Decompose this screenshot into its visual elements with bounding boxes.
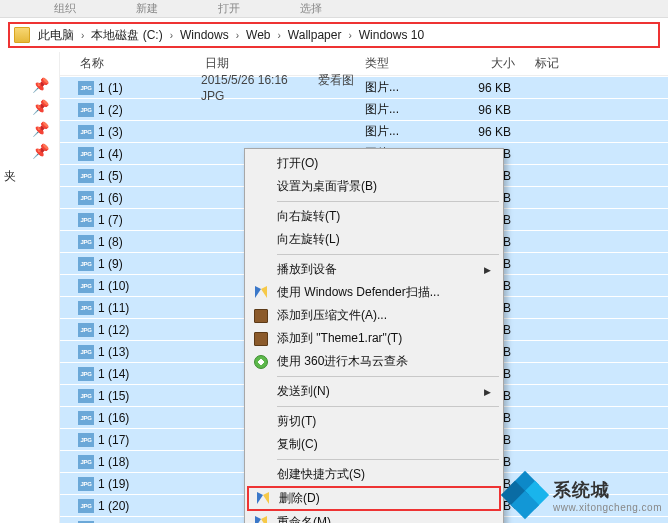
file-type: 图片... — [361, 101, 441, 118]
address-bar-row: 此电脑› 本地磁盘 (C:)› Windows› Web› Wallpaper›… — [0, 18, 668, 52]
file-name: 1 (9) — [98, 257, 201, 271]
separator — [277, 254, 499, 255]
jpg-file-icon — [78, 345, 94, 359]
file-name: 1 (17) — [98, 433, 201, 447]
ribbon-item[interactable]: 组织 — [54, 1, 76, 16]
separator — [277, 376, 499, 377]
file-name: 1 (3) — [98, 125, 201, 139]
pin-icon: 📌 — [0, 118, 59, 140]
folder-icon — [14, 27, 30, 43]
menu-play-to-device[interactable]: 播放到设备 — [247, 258, 501, 281]
header-type[interactable]: 类型 — [365, 55, 445, 72]
pin-icon: 📌 — [0, 74, 59, 96]
ribbon-item[interactable]: 新建 — [136, 1, 158, 16]
file-name: 1 (5) — [98, 169, 201, 183]
file-size: 96 KB — [441, 81, 531, 95]
header-name[interactable]: 名称 — [60, 55, 205, 72]
file-name: 1 (10) — [98, 279, 201, 293]
breadcrumb: 此电脑› 本地磁盘 (C:)› Windows› Web› Wallpaper›… — [38, 27, 424, 44]
jpg-file-icon — [78, 235, 94, 249]
file-name: 1 (18) — [98, 455, 201, 469]
chevron-right-icon[interactable]: › — [76, 30, 89, 41]
file-type: 图片... — [361, 79, 441, 96]
ribbon-toolbar: 组织 新建 打开 选择 — [0, 0, 668, 18]
menu-rotate-right[interactable]: 向右旋转(T) — [247, 205, 501, 228]
menu-set-wallpaper[interactable]: 设置为桌面背景(B) — [247, 175, 501, 198]
file-name: 1 (16) — [98, 411, 201, 425]
menu-rotate-left[interactable]: 向左旋转(L) — [247, 228, 501, 251]
shield-icon — [253, 515, 269, 524]
rar-icon — [253, 308, 269, 324]
jpg-file-icon — [78, 125, 94, 139]
chevron-right-icon[interactable]: › — [165, 30, 178, 41]
menu-add-to-theme-rar[interactable]: 添加到 "Theme1.rar"(T) — [247, 327, 501, 350]
file-name: 1 (12) — [98, 323, 201, 337]
table-row[interactable]: 1 (3) 图片... 96 KB — [60, 120, 668, 142]
file-name: 1 (4) — [98, 147, 201, 161]
jpg-file-icon — [78, 257, 94, 271]
breadcrumb-item[interactable]: Web — [246, 28, 270, 42]
separator — [277, 459, 499, 460]
file-name: 1 (7) — [98, 213, 201, 227]
header-size[interactable]: 大小 — [445, 55, 535, 72]
menu-cut[interactable]: 剪切(T) — [247, 410, 501, 433]
menu-delete[interactable]: 删除(D) — [247, 486, 501, 511]
separator — [277, 406, 499, 407]
menu-360-scan[interactable]: 使用 360进行木马云查杀 — [247, 350, 501, 373]
chevron-right-icon[interactable]: › — [273, 30, 286, 41]
jpg-file-icon — [78, 455, 94, 469]
file-name: 1 (15) — [98, 389, 201, 403]
breadcrumb-item[interactable]: Windows 10 — [359, 28, 424, 42]
column-headers: 名称 日期 类型 大小 标记 — [60, 52, 668, 76]
table-row[interactable]: 1 (1) 2015/5/26 16:16爱看图 JPG 图片... 96 KB — [60, 76, 668, 98]
jpg-file-icon — [78, 477, 94, 491]
chevron-right-icon[interactable]: › — [231, 30, 244, 41]
table-row[interactable]: 1 (2) 图片... 96 KB — [60, 98, 668, 120]
menu-rename[interactable]: 重命名(M) — [247, 511, 501, 523]
jpg-file-icon — [78, 81, 94, 95]
jpg-file-icon — [78, 213, 94, 227]
breadcrumb-item[interactable]: 本地磁盘 (C:) — [91, 27, 162, 44]
jpg-file-icon — [78, 389, 94, 403]
menu-open[interactable]: 打开(O) — [247, 152, 501, 175]
file-list: 名称 日期 类型 大小 标记 1 (1) 2015/5/26 16:16爱看图 … — [60, 52, 668, 523]
file-name: 1 (11) — [98, 301, 201, 315]
rar-icon — [253, 331, 269, 347]
breadcrumb-item[interactable]: Wallpaper — [288, 28, 342, 42]
menu-send-to[interactable]: 发送到(N) — [247, 380, 501, 403]
menu-defender-scan[interactable]: 使用 Windows Defender扫描... — [247, 281, 501, 304]
file-date: 2015/5/26 16:16爱看图 JPG — [201, 72, 361, 103]
menu-create-shortcut[interactable]: 创建快捷方式(S) — [247, 463, 501, 486]
file-size: 96 KB — [441, 103, 531, 117]
jpg-file-icon — [78, 499, 94, 513]
jpg-file-icon — [78, 191, 94, 205]
nav-folder-label[interactable]: 夹 — [0, 162, 59, 191]
chevron-right-icon[interactable]: › — [343, 30, 356, 41]
ribbon-item[interactable]: 选择 — [300, 1, 322, 16]
file-name: 1 (14) — [98, 367, 201, 381]
ribbon-item[interactable]: 打开 — [218, 1, 240, 16]
file-size: 96 KB — [441, 125, 531, 139]
breadcrumb-item[interactable]: 此电脑 — [38, 27, 74, 44]
jpg-file-icon — [78, 301, 94, 315]
breadcrumb-item[interactable]: Windows — [180, 28, 229, 42]
menu-add-to-archive[interactable]: 添加到压缩文件(A)... — [247, 304, 501, 327]
jpg-file-icon — [78, 367, 94, 381]
file-name: 1 (19) — [98, 477, 201, 491]
separator — [277, 201, 499, 202]
jpg-file-icon — [78, 411, 94, 425]
jpg-file-icon — [78, 169, 94, 183]
header-date[interactable]: 日期 — [205, 55, 365, 72]
address-bar[interactable]: 此电脑› 本地磁盘 (C:)› Windows› Web› Wallpaper›… — [8, 22, 660, 48]
file-type: 图片... — [361, 123, 441, 140]
jpg-file-icon — [78, 279, 94, 293]
header-tag[interactable]: 标记 — [535, 55, 575, 72]
jpg-file-icon — [78, 433, 94, 447]
shield-icon — [255, 491, 271, 507]
menu-copy[interactable]: 复制(C) — [247, 433, 501, 456]
pin-icon: 📌 — [0, 140, 59, 162]
360-icon — [253, 354, 269, 370]
jpg-file-icon — [78, 323, 94, 337]
file-name: 1 (13) — [98, 345, 201, 359]
file-name: 1 (8) — [98, 235, 201, 249]
